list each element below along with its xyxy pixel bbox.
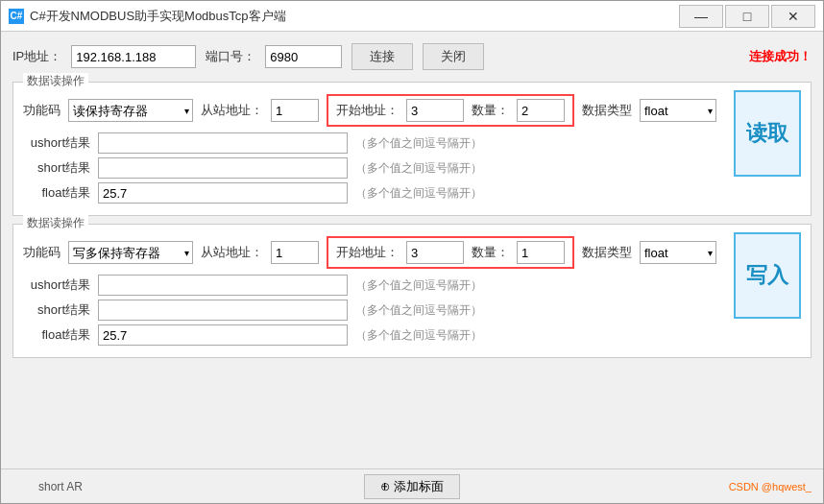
write-ushort-hint: （多个值之间逗号隔开） [355,277,482,294]
write-count-input[interactable] [517,241,565,264]
titlebar-buttons: — □ ✕ [679,5,815,28]
add-tab-label: 添加标面 [394,479,444,493]
read-start-addr-label: 开始地址： [336,102,399,119]
write-slave-addr-label: 从站地址： [201,244,263,261]
connection-status: 连接成功！ [749,48,812,65]
write-panel-content: 功能码 写多保持寄存器 写单保持寄存器 写线圈 从站地址： 开始地址： [23,236,801,349]
read-ushort-row: ushort结果 （多个值之间逗号隔开） [23,132,722,154]
read-float-input[interactable] [98,182,348,204]
read-panel: 数据读操作 功能码 读保持寄存器 读输入寄存器 读线圈 读离散输入 [12,82,812,216]
write-start-addr-label: 开始地址： [336,244,399,261]
read-datatype-label: 数据类型 [582,102,632,119]
window-title: C#开发NMODBUS助手实现ModbusTcp客户端 [30,8,286,25]
read-short-row: short结果 （多个值之间逗号隔开） [23,157,722,179]
write-short-label: short结果 [23,301,90,319]
read-slave-addr-input[interactable] [271,99,319,122]
write-panel-title: 数据读操作 [23,215,88,231]
write-action-button[interactable]: 写入 [734,232,801,319]
titlebar-left: C# C#开发NMODBUS助手实现ModbusTcp客户端 [9,8,286,25]
minimize-button[interactable]: — [679,5,723,28]
ip-input[interactable] [71,45,196,68]
bottom-bar: short AR ⊕ 添加标面 CSDN @hqwest_ [1,468,823,503]
read-address-box: 开始地址： 数量： [327,94,574,127]
add-tab-button[interactable]: ⊕ 添加标面 [364,474,460,499]
read-short-input[interactable] [98,157,348,179]
write-float-input[interactable] [98,324,348,346]
read-float-hint: （多个值之间逗号隔开） [355,185,482,202]
write-func-select-wrapper: 写多保持寄存器 写单保持寄存器 写线圈 [68,241,193,264]
read-func-select-wrapper: 读保持寄存器 读输入寄存器 读线圈 读离散输入 [68,99,193,122]
write-float-hint: （多个值之间逗号隔开） [355,327,482,344]
read-float-label: float结果 [23,184,90,202]
write-count-label: 数量： [472,244,509,261]
port-input[interactable] [265,45,342,68]
maximize-button[interactable]: □ [725,5,769,28]
write-float-row: float结果 （多个值之间逗号隔开） [23,324,722,346]
write-short-hint: （多个值之间逗号隔开） [355,302,482,319]
write-func-label: 功能码 [23,244,61,261]
add-tab-icon: ⊕ [380,479,390,493]
write-ushort-label: ushort结果 [23,276,90,294]
csdn-watermark: CSDN @hqwest_ [729,481,812,492]
read-count-label: 数量： [472,102,509,119]
ip-label: IP地址： [12,48,61,65]
write-panel: 数据读操作 功能码 写多保持寄存器 写单保持寄存器 写线圈 从站 [12,224,812,358]
write-slave-addr-input[interactable] [271,241,319,264]
titlebar: C# C#开发NMODBUS助手实现ModbusTcp客户端 — □ ✕ [1,1,823,32]
read-datatype-select[interactable]: float int16 uint16 int32 uint32 [640,99,716,122]
read-func-select[interactable]: 读保持寄存器 读输入寄存器 读线圈 读离散输入 [68,99,193,122]
close-button[interactable]: ✕ [771,5,815,28]
read-datatype-select-wrapper: float int16 uint16 int32 uint32 [640,99,716,122]
read-float-row: float结果 （多个值之间逗号隔开） [23,182,722,204]
read-ushort-input[interactable] [98,132,348,154]
read-start-addr-input[interactable] [406,99,464,122]
read-ushort-hint: （多个值之间逗号隔开） [355,135,482,152]
read-short-label: short结果 [23,159,90,177]
read-panel-title: 数据读操作 [23,73,88,89]
read-func-label: 功能码 [23,102,61,119]
read-count-input[interactable] [517,99,565,122]
main-window: C# C#开发NMODBUS助手实现ModbusTcp客户端 — □ ✕ IP地… [0,0,824,504]
write-start-addr-input[interactable] [406,241,464,264]
write-datatype-select-wrapper: float int16 uint16 int32 uint32 [640,241,716,264]
close-connection-button[interactable]: 关闭 [423,43,484,70]
write-address-box: 开始地址： 数量： [327,236,574,269]
read-slave-addr-label: 从站地址： [201,102,263,119]
write-short-row: short结果 （多个值之间逗号隔开） [23,300,722,321]
write-func-select[interactable]: 写多保持寄存器 写单保持寄存器 写线圈 [68,241,193,264]
read-func-row: 功能码 读保持寄存器 读输入寄存器 读线圈 读离散输入 从站地址： [23,94,722,127]
connection-row: IP地址： 端口号： 连接 关闭 连接成功！ [12,39,812,74]
port-label: 端口号： [206,48,255,65]
write-datatype-select[interactable]: float int16 uint16 int32 uint32 [640,241,716,264]
write-ushort-input[interactable] [98,275,348,296]
write-panel-left: 功能码 写多保持寄存器 写单保持寄存器 写线圈 从站地址： 开始地址： [23,236,722,349]
app-icon: C# [9,9,24,24]
connect-button[interactable]: 连接 [351,43,413,70]
read-panel-content: 功能码 读保持寄存器 读输入寄存器 读线圈 读离散输入 从站地址： [23,94,801,207]
short-ar-text: short AR [38,480,83,493]
write-ushort-row: ushort结果 （多个值之间逗号隔开） [23,275,722,296]
write-func-row: 功能码 写多保持寄存器 写单保持寄存器 写线圈 从站地址： 开始地址： [23,236,722,269]
write-short-input[interactable] [98,300,348,321]
read-short-hint: （多个值之间逗号隔开） [355,160,482,177]
write-datatype-label: 数据类型 [582,244,632,261]
read-ushort-label: ushort结果 [23,134,90,152]
read-panel-left: 功能码 读保持寄存器 读输入寄存器 读线圈 读离散输入 从站地址： [23,94,722,207]
main-content: IP地址： 端口号： 连接 关闭 连接成功！ 数据读操作 功能码 读保持寄存器 [1,32,823,468]
write-float-label: float结果 [23,326,90,344]
read-action-button[interactable]: 读取 [734,90,801,177]
